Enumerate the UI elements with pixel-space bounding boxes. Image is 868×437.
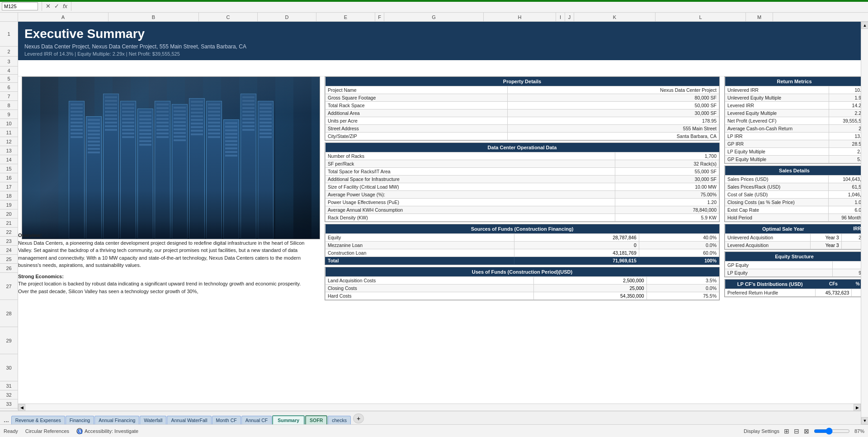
row-8[interactable]: 8 [0,101,18,110]
v-scrollbar[interactable]: ▲ ▼ [861,22,868,424]
tab-three-dots[interactable]: ... [2,416,11,423]
row-27[interactable]: 27 [0,273,18,300]
row-25[interactable]: 25 [0,255,18,264]
tab-annual-financing[interactable]: Annual Financing [94,416,139,424]
tab-month-cf[interactable]: Month CF [212,416,241,424]
row-32[interactable]: 32 [0,390,18,399]
display-settings-text[interactable]: Display Settings [744,428,779,434]
table-row: Sales Prices (USD)104,643, [725,175,864,183]
status-left: Ready Circular References ♿ Accessibilit… [4,428,138,434]
table-row: Additional Space for Infrastructure30,00… [326,175,719,183]
col-header-a[interactable]: A [18,13,108,21]
row-13[interactable]: 13 [0,146,18,155]
operational-header: Data Center Operational Data [326,143,719,152]
row-22[interactable]: 22 [0,228,18,237]
tab-annual-waterfall[interactable]: Annual WaterFall [167,416,211,424]
tab-revenue-expenses[interactable]: Revenue & Expenses [11,416,65,424]
table-row: Total Space for Racks/IT Area55,000 SF [326,167,719,175]
table-row: City/State/ZIPSanta Barbara, CA [326,132,719,140]
tab-sofr[interactable]: SOFR [305,415,327,424]
equity-structure-table: Equity Structure GP Equity LP Equity9 [724,252,864,277]
row-14[interactable]: 14 [0,155,18,164]
row-15[interactable]: 15 [0,164,18,173]
page-layout-icon[interactable]: ⊟ [794,428,799,435]
col-header-j[interactable]: J [565,13,574,21]
formula-divider [42,2,42,11]
col-header-e[interactable]: E [316,13,375,21]
tab-waterfall[interactable]: Waterfall [140,416,166,424]
h-scrollbar[interactable]: ◀ ▶ [18,404,861,411]
col-header-k[interactable]: K [574,13,656,21]
page-break-icon[interactable]: ⊠ [804,428,809,435]
scroll-left-arrow[interactable]: ◀ [18,404,25,411]
confirm-icon[interactable]: ✓ [54,3,59,10]
table-row: Construction Loan43,181,76960.0% [326,249,719,256]
row-21[interactable]: 21 [0,218,18,228]
formula-divider2 [71,2,71,11]
row-12[interactable]: 12 [0,137,18,146]
tab-financing[interactable]: Financing [66,416,94,424]
tab-summary[interactable]: Summary [272,415,305,424]
tab-bar: ... Revenue & Expenses Financing Annual … [0,411,861,424]
cancel-icon[interactable]: ✕ [46,3,51,10]
row-11[interactable]: 11 [0,128,18,137]
row-7[interactable]: 7 [0,92,18,101]
col-header-i[interactable]: I [556,13,565,21]
row-9[interactable]: 9 [0,110,18,119]
row-5[interactable]: 5 [0,75,18,83]
row-2[interactable]: 2 [0,47,18,57]
name-box[interactable]: M125 [2,2,38,10]
normal-view-icon[interactable]: ⊞ [784,428,789,435]
row-28[interactable]: 28 [0,300,18,327]
row-10[interactable]: 10 [0,119,18,128]
row-20[interactable]: 20 [0,209,18,218]
row-26[interactable]: 26 [0,264,18,273]
col-header-b[interactable]: B [108,13,199,21]
strong-text: The project location is backed by robust… [18,280,312,295]
scroll-up-arrow[interactable]: ▲ [861,22,868,29]
col-header-h[interactable]: H [484,13,556,21]
row-4[interactable]: 4 [0,66,18,75]
col-header-f[interactable]: F [375,13,384,21]
row-16[interactable]: 16 [0,173,18,182]
row-19[interactable]: 19 [0,200,18,209]
row-1[interactable]: 1 [0,22,18,47]
right-column: Return Metrics Unlevered IRR10. Unlevere… [724,76,864,300]
col-header-d[interactable]: D [258,13,316,21]
scroll-track[interactable] [25,404,854,411]
row-23[interactable]: 23 [0,237,18,246]
row-30[interactable]: 30 [0,354,18,381]
function-icon[interactable]: fx [63,3,67,10]
table-row: Equity28,787,84640.0% [326,233,719,241]
col-header-m[interactable]: M [746,13,773,21]
row-17[interactable]: 17 [0,182,18,191]
accessibility-icon[interactable]: ♿ Accessibility: Investigate [76,428,138,434]
col-header-g[interactable]: G [384,13,484,21]
scroll-down-arrow[interactable]: ▼ [861,417,868,424]
scroll-right-arrow[interactable]: ▶ [854,404,861,411]
new-sheet-button[interactable]: + [353,413,364,423]
row-3[interactable]: 3 [0,57,18,66]
tab-annual-cf[interactable]: Annual CF [241,416,272,424]
strong-title: Strong Economics: [18,273,312,280]
zoom-slider[interactable] [814,428,850,435]
sources-header: Sources of Funds (Construction Financing… [326,224,719,234]
row-18[interactable]: 18 [0,191,18,200]
formula-input[interactable] [75,4,866,9]
row-6[interactable]: 6 [0,83,18,92]
col-header-l[interactable]: L [656,13,746,21]
col-header-c[interactable]: C [199,13,258,21]
row-31[interactable]: 31 [0,381,18,390]
row-24[interactable]: 24 [0,246,18,255]
property-details-table: Property Details Project NameNexus Data … [325,76,720,141]
tab-checks[interactable]: checks [328,416,351,424]
table-total-row: Total71,969,615100% [326,256,719,264]
datacenter-image [22,76,320,239]
v-scroll-track[interactable] [861,29,868,417]
row-29[interactable]: 29 [0,327,18,354]
exec-title: Executive Summary [24,26,862,42]
table-row: Net Profit (Levered CF)39,555,5 [725,117,864,124]
return-metrics-header: Return Metrics [725,77,864,86]
svg-text:♿: ♿ [77,429,83,434]
row-33[interactable]: 33 [0,399,18,408]
